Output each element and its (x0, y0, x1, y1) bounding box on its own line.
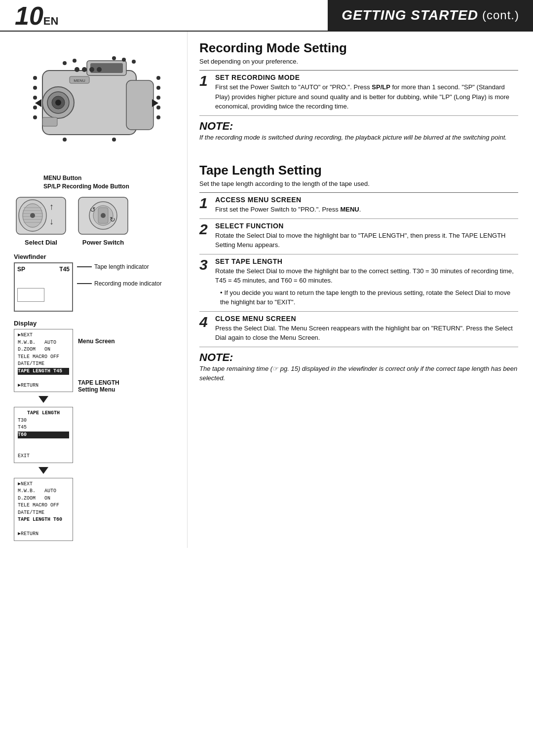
recording-mode-indicator-annot: Recording mode indicator (77, 280, 162, 287)
tape-step-4-body: Press the Select Dial. The Menu Screen r… (215, 324, 518, 343)
right-column: Recording Mode Setting Set depending on … (188, 32, 533, 548)
display-label: Display (14, 320, 179, 327)
viewfinder-annotations: Tape length indicator Recording mode ind… (77, 262, 162, 287)
svg-point-22 (156, 76, 160, 80)
menu-screen-2: TAPE LENGTH T30 T45 T60 EXIT (14, 407, 73, 463)
menu-screen-3: ►NEXT M.W.B. AUTO D.ZOOM ON TELE MACRO O… (14, 478, 73, 541)
step-1-body: First set the Power Switch to "AUTO" or … (215, 82, 518, 111)
svg-point-17 (33, 76, 37, 80)
tape-step-3-title: SET TAPE LENGTH (215, 257, 518, 265)
svg-point-26 (156, 115, 160, 119)
svg-point-33 (112, 138, 116, 142)
recording-mode-title: Recording Mode Setting (199, 40, 518, 56)
svg-point-52 (101, 213, 106, 218)
tape-step-1-num: 1 (199, 196, 210, 215)
page-title: GETTING STARTED(cont.) (328, 0, 533, 31)
tape-length-indicator-annot: Tape length indicator (77, 263, 162, 270)
svg-text:↻: ↻ (110, 216, 115, 223)
tape-step-3-content: SET TAPE LENGTH Rotate the Select Dial t… (215, 257, 518, 307)
tape-step-4: 4 CLOSE MENU SCREEN Press the Select Dia… (199, 315, 518, 347)
viewfinder-label: Viewfinder (14, 253, 179, 260)
tape-note-title: NOTE: (199, 351, 518, 364)
step-1-title: SET RECORDING MODE (215, 73, 518, 81)
arrow-down-2 (38, 467, 48, 474)
tape-length-subtitle: Set the tape length according to the len… (199, 180, 518, 187)
svg-rect-1 (126, 80, 153, 130)
svg-text:↓: ↓ (49, 216, 54, 226)
vf-rec-indicator (17, 288, 44, 302)
main-content: MENU (0, 32, 533, 548)
recording-note: NOTE: If the recording mode is switched … (199, 120, 518, 143)
select-dial-item: ↑ ↓ Select Dial (14, 195, 68, 246)
vf-t45-text: T45 (59, 266, 70, 273)
svg-point-30 (122, 58, 126, 62)
power-switch-label: Power Switch (82, 239, 124, 246)
tape-step-2: 2 SELECT FUNCTION Rotate the Select Dial… (199, 222, 518, 254)
menu-screens-row: ►NEXT M.W.B. AUTO D.ZOOM ON TELE MACRO O… (14, 329, 179, 541)
svg-rect-7 (90, 63, 123, 73)
menu-screen-1: ►NEXT M.W.B. AUTO D.ZOOM ON TELE MACRO O… (14, 329, 73, 392)
svg-point-31 (132, 60, 136, 64)
arrow-down-1 (38, 396, 48, 403)
recording-mode-subtitle: Set depending on your preference. (199, 58, 518, 65)
svg-text:↑: ↑ (49, 202, 54, 212)
recording-note-title: NOTE: (199, 120, 518, 133)
svg-point-32 (63, 138, 67, 142)
tape-length-title: Tape Length Setting (199, 163, 518, 178)
tape-step-3-body: Rotate the Select Dial to move the highl… (215, 266, 518, 286)
tape-step-4-num: 4 (199, 315, 210, 343)
tape-note-text: The tape remaining time (☞ pg. 15) displ… (199, 364, 518, 383)
tape-step-2-title: SELECT FUNCTION (215, 222, 518, 230)
recording-note-text: If the recording mode is switched during… (199, 133, 518, 143)
svg-rect-14 (42, 117, 57, 126)
tape-step-1-body: First set the Power Switch to "PRO.". Pr… (215, 205, 518, 215)
menu-annotations: Menu Screen TAPE LENGTH Setting Menu (78, 329, 122, 393)
tape-step-3-num: 3 (199, 257, 210, 307)
tape-step-2-num: 2 (199, 222, 210, 250)
tape-step-1-content: ACCESS MENU SCREEN First set the Power S… (215, 196, 518, 215)
svg-point-27 (63, 61, 67, 65)
viewfinder-section: Viewfinder SP T45 Tape length indicator … (14, 253, 179, 312)
tape-step-1: 1 ACCESS MENU SCREEN First set the Power… (199, 196, 518, 219)
svg-point-8 (75, 67, 79, 72)
recording-step-1: 1 SET RECORDING MODE First set the Power… (199, 73, 518, 116)
viewfinder-screen: SP T45 (14, 262, 73, 312)
svg-point-10 (89, 67, 94, 72)
tape-step-1-title: ACCESS MENU SCREEN (215, 196, 518, 204)
svg-point-20 (33, 106, 37, 109)
svg-point-21 (33, 115, 37, 119)
tape-step-4-content: CLOSE MENU SCREEN Press the Select Dial.… (215, 315, 518, 343)
svg-point-24 (156, 96, 160, 100)
tape-step-2-content: SELECT FUNCTION Rotate the Select Dial t… (215, 222, 518, 250)
select-dial-label: Select Dial (25, 239, 57, 246)
step-1-content: SET RECORDING MODE First set the Power S… (215, 73, 518, 111)
vf-sp-text: SP (17, 266, 25, 273)
tape-length-section: Tape Length Setting Set the tape length … (199, 163, 518, 383)
svg-point-23 (156, 86, 160, 90)
svg-point-45 (30, 213, 35, 218)
svg-text:↺: ↺ (90, 206, 96, 214)
left-column: MENU (0, 32, 188, 548)
svg-point-29 (112, 56, 116, 60)
svg-point-11 (97, 67, 102, 72)
power-switch-item: ↺ ↻ Power Switch (76, 195, 130, 246)
dials-row: ↑ ↓ Select Dial ↺ (14, 195, 179, 246)
recording-mode-section: Recording Mode Setting Set depending on … (199, 40, 518, 142)
menu-screens-col: ►NEXT M.W.B. AUTO D.ZOOM ON TELE MACRO O… (14, 329, 73, 541)
svg-point-25 (156, 106, 160, 109)
tape-note: NOTE: The tape remaining time (☞ pg. 15)… (199, 351, 518, 383)
page-number: 10EN (0, 0, 63, 31)
svg-point-28 (73, 59, 76, 63)
tape-step-4-title: CLOSE MENU SCREEN (215, 315, 518, 323)
tape-step-3-bullet: If you decide you want to return the tap… (220, 288, 518, 307)
step-1-num: 1 (199, 73, 210, 111)
tape-length-setting-label: TAPE LENGTH Setting Menu (78, 379, 122, 393)
svg-point-9 (82, 67, 87, 72)
menu-screen-label: Menu Screen (78, 338, 122, 345)
tape-step-2-body: Rotate the Select Dial to move the highl… (215, 231, 518, 250)
tape-step-3: 3 SET TAPE LENGTH Rotate the Select Dial… (199, 257, 518, 312)
menu-button-label: MENU Button (43, 175, 129, 181)
svg-point-18 (33, 86, 37, 90)
svg-text:MENU: MENU (74, 78, 85, 83)
display-section: Display ►NEXT M.W.B. AUTO D.ZOOM ON TELE… (14, 320, 179, 541)
